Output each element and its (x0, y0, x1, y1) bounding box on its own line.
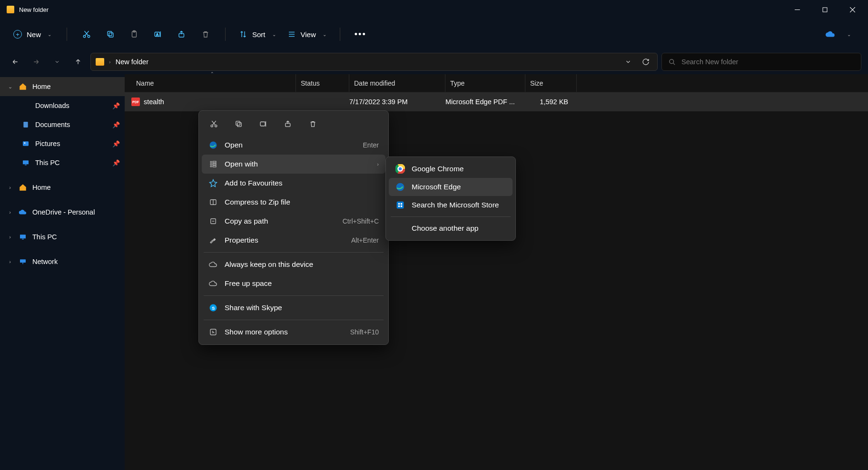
ctx-properties[interactable]: Properties Alt+Enter (202, 231, 385, 250)
ctx-share-button[interactable] (277, 116, 299, 132)
ctx-copy-path[interactable]: Copy as path Ctrl+Shift+C (202, 212, 385, 231)
ctx-favourites[interactable]: Add to Favourites (202, 174, 385, 193)
svg-point-4 (83, 35, 86, 38)
openwith-store[interactable]: Search the Microsoft Store (389, 196, 513, 214)
sidebar-label: OneDrive - Personal (32, 208, 95, 216)
paste-button[interactable] (123, 25, 145, 43)
column-size[interactable]: Size (525, 74, 577, 92)
sidebar-label: Home (32, 184, 51, 191)
svg-point-41 (210, 164, 212, 165)
column-status[interactable]: Status (296, 74, 349, 92)
sidebar-item-network[interactable]: › Network (0, 252, 125, 271)
context-menu: Open Enter Open with › Add to Favourites… (198, 110, 389, 345)
more-icon (208, 328, 218, 336)
openwith-edge[interactable]: Microsoft Edge (389, 178, 513, 196)
expand-icon[interactable]: › (7, 185, 13, 190)
ctx-delete-button[interactable] (302, 116, 324, 132)
svg-rect-26 (20, 235, 26, 238)
maximize-button[interactable] (811, 0, 838, 19)
svg-rect-27 (22, 239, 24, 239)
column-headers: ⌃Name Status Date modified Type Size (125, 74, 868, 92)
forward-button[interactable] (28, 53, 45, 70)
expand-icon[interactable]: › (7, 259, 13, 264)
expand-icon[interactable]: › (7, 209, 13, 215)
delete-button[interactable] (195, 25, 217, 43)
ctx-free-up[interactable]: Free up space (202, 274, 385, 293)
svg-rect-44 (213, 164, 216, 165)
view-button[interactable]: View ⌄ (283, 27, 331, 41)
back-button[interactable] (7, 53, 24, 70)
cut-button[interactable] (76, 25, 98, 43)
sidebar-item-downloads[interactable]: Downloads 📌 (0, 96, 125, 115)
ctx-open-with[interactable]: Open with › (202, 155, 385, 174)
collapse-icon[interactable]: ⌄ (7, 84, 13, 90)
address-bar[interactable]: › New folder (90, 53, 658, 71)
sidebar-item-thispc2[interactable]: › This PC (0, 227, 125, 246)
ctx-cut-button[interactable] (203, 116, 225, 132)
ctx-share-skype[interactable]: S Share with Skype (202, 298, 385, 317)
sidebar-item-pictures[interactable]: Pictures 📌 (0, 134, 125, 153)
home-icon (18, 183, 28, 192)
navigation-pane: ⌄ Home Downloads 📌 Documents 📌 Pictures … (0, 74, 125, 470)
ctx-always-keep[interactable]: Always keep on this device (202, 255, 385, 274)
column-date[interactable]: Date modified (349, 74, 445, 92)
close-button[interactable] (838, 0, 866, 19)
ctx-rename-button[interactable] (252, 116, 274, 132)
svg-rect-59 (398, 203, 400, 205)
more-button[interactable]: ••• (349, 29, 372, 39)
expand-icon[interactable]: › (7, 234, 13, 240)
sidebar-item-onedrive[interactable]: › OneDrive - Personal (0, 203, 125, 222)
network-icon (18, 258, 28, 265)
sidebar-item-thispc[interactable]: This PC 📌 (0, 153, 125, 172)
search-box[interactable]: Search New folder (661, 53, 861, 71)
sort-button[interactable]: Sort ⌄ (234, 27, 281, 41)
title-bar: New folder (0, 0, 868, 19)
svg-rect-60 (401, 203, 402, 205)
svg-point-40 (210, 161, 212, 163)
column-type[interactable]: Type (445, 74, 525, 92)
file-size: 1,592 KB (525, 98, 577, 106)
pin-icon[interactable]: 📌 (112, 159, 120, 166)
star-icon (208, 179, 218, 187)
breadcrumb[interactable]: New folder (116, 58, 148, 66)
cloud-keep-icon (208, 261, 218, 268)
pin-icon[interactable]: 📌 (112, 102, 120, 109)
new-button[interactable]: + New ⌄ (7, 27, 58, 41)
svg-rect-61 (398, 206, 400, 207)
svg-rect-24 (23, 160, 29, 164)
rename-button[interactable]: A (147, 25, 169, 43)
up-button[interactable] (69, 53, 87, 70)
ctx-compress[interactable]: Compress to Zip file (202, 193, 385, 212)
refresh-button[interactable] (639, 58, 652, 66)
svg-point-30 (211, 125, 213, 127)
share-button[interactable] (171, 25, 193, 43)
file-row[interactable]: PDF stealth 7/17/2022 3:39 PM Microsoft … (125, 92, 868, 111)
column-name[interactable]: ⌃Name (125, 74, 296, 92)
ctx-show-more[interactable]: Show more options Shift+F10 (202, 323, 385, 342)
openwith-choose[interactable]: Choose another app (389, 219, 513, 237)
pdf-icon: PDF (131, 98, 140, 106)
window-title: New folder (19, 6, 49, 13)
pin-icon[interactable]: 📌 (112, 140, 120, 147)
openwith-chrome[interactable]: Google Chrome (389, 160, 513, 178)
ctx-open[interactable]: Open Enter (202, 136, 385, 155)
file-name: stealth (144, 98, 164, 106)
sidebar-item-documents[interactable]: Documents 📌 (0, 115, 125, 134)
minimize-button[interactable] (783, 0, 811, 19)
zip-icon (208, 198, 218, 206)
chevron-down-icon[interactable]: ⌄ (847, 32, 851, 37)
sidebar-label: Pictures (35, 140, 60, 147)
downloads-icon (21, 102, 30, 109)
recent-dropdown[interactable] (49, 53, 66, 70)
folder-icon (7, 6, 14, 13)
onedrive-icon[interactable] (825, 30, 836, 38)
svg-rect-62 (401, 206, 402, 207)
address-dropdown[interactable] (622, 59, 634, 65)
search-icon (669, 59, 676, 66)
ctx-copy-button[interactable] (227, 116, 249, 132)
copy-button[interactable] (99, 25, 121, 43)
sidebar-item-home2[interactable]: › Home (0, 178, 125, 197)
sidebar-item-home[interactable]: ⌄ Home (0, 77, 125, 96)
pin-icon[interactable]: 📌 (112, 121, 120, 128)
file-type: Microsoft Edge PDF ... (445, 98, 525, 106)
